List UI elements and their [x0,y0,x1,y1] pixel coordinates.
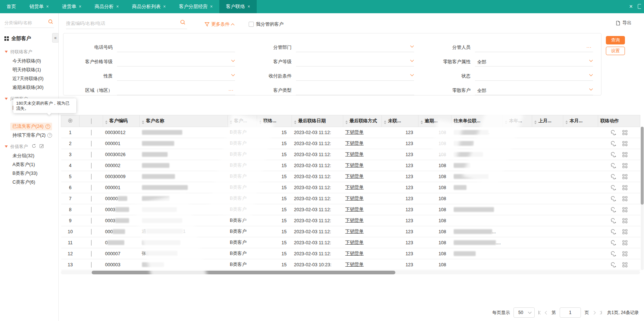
apps-action-icon[interactable] [622,196,627,201]
tab-销货单[interactable]: 销货单× [23,0,55,13]
my-customers-filter[interactable]: 我分管的客户 [249,21,283,28]
sort-icon[interactable] [566,120,568,124]
sort-icon[interactable] [505,120,507,124]
sidebar-group-header[interactable]: 价值客户 [0,142,58,151]
next-page-button[interactable] [593,311,595,314]
sort-icon[interactable] [230,120,232,124]
row-checkbox[interactable] [91,218,92,224]
chevron-down-icon[interactable] [410,73,414,76]
filter-field-input[interactable] [117,72,235,81]
tab-close-icon[interactable]: × [79,4,81,9]
chat-action-icon[interactable] [611,130,616,135]
sidebar-item-明天待联络(1)[interactable]: 明天待联络(1) [0,65,58,74]
chat-action-icon[interactable] [611,218,616,223]
chat-action-icon[interactable] [611,251,616,256]
prev-page-button[interactable] [545,311,548,314]
tab-overflow-icon[interactable] [638,4,641,9]
tab-首页[interactable]: 首页 [0,0,23,13]
more-filters-toggle[interactable]: 更多条件 [205,21,234,28]
chevron-down-icon[interactable] [589,73,593,76]
create-sales-order-link[interactable]: 下销货单 [345,251,364,256]
sort-icon[interactable] [105,120,107,124]
sidebar-item-C类客户(6)[interactable]: C类客户(6) [0,178,58,187]
chat-action-icon[interactable] [611,174,616,179]
column-header-uncontacted[interactable]: 未联... [382,115,418,127]
row-checkbox[interactable] [91,240,92,246]
column-header-type[interactable]: 客户... [228,115,257,127]
column-header-contact[interactable]: 联络... [257,115,292,127]
column-header-code[interactable]: 客户编码 [103,115,140,127]
sidebar-collapse-button[interactable]: « [52,33,59,43]
chat-action-icon[interactable] [611,196,616,201]
sort-icon[interactable] [534,120,537,124]
column-header-method[interactable]: 最后联络方式 [343,115,382,127]
filter-field-input[interactable]: 全部 [475,58,593,66]
table-settings-gear-icon[interactable] [67,119,73,125]
sort-icon[interactable] [421,120,423,124]
chat-action-icon[interactable] [611,163,616,168]
column-header-name[interactable]: 客户名称 [140,115,228,127]
apps-action-icon[interactable] [622,240,627,245]
chevron-down-icon[interactable] [231,58,235,62]
apps-action-icon[interactable] [622,163,627,168]
tab-close-icon[interactable]: × [116,4,119,9]
row-checkbox[interactable] [91,130,92,136]
export-button[interactable]: 导出 [615,20,632,26]
edit-icon[interactable] [39,144,44,149]
refresh-icon[interactable] [32,144,36,149]
create-sales-order-link[interactable]: 下销货单 [345,196,364,201]
row-checkbox[interactable] [91,196,92,202]
column-header-gear[interactable] [61,115,80,127]
filter-field-input[interactable] [117,43,235,52]
chevron-down-icon[interactable] [589,58,593,62]
settings-button[interactable]: 设置 [606,47,625,55]
horizontal-scrollbar[interactable] [61,271,640,274]
column-header-year[interactable]: 本年... [503,115,532,127]
filter-field-input[interactable] [296,58,414,66]
chat-action-icon[interactable] [611,152,616,157]
tab-close-icon[interactable]: × [46,4,49,9]
filter-field-input[interactable]: ... [117,86,235,95]
row-checkbox[interactable] [91,141,92,147]
sidebar-item-今天待联络(0)[interactable]: 今天待联络(0) [0,57,58,65]
row-checkbox[interactable] [91,174,92,180]
filter-field-input[interactable]: ... [475,43,593,52]
sidebar-item-逾期未联络(30)[interactable]: 逾期未联络(30) [0,83,58,92]
row-checkbox[interactable] [91,185,92,191]
select-all-checkbox[interactable] [91,118,92,124]
tab-客户分层经营[interactable]: 客户分层经营× [172,0,219,13]
apps-action-icon[interactable] [622,185,627,190]
my-customers-checkbox[interactable] [249,22,254,27]
query-button[interactable]: 查询 [606,36,625,44]
question-circle-icon[interactable]: ? [45,124,50,129]
ellipsis-picker-icon[interactable]: ... [228,86,234,92]
row-checkbox[interactable] [91,229,92,235]
apps-action-icon[interactable] [622,207,627,212]
row-checkbox[interactable] [91,152,92,158]
create-sales-order-link[interactable]: 下销货单 [345,262,364,267]
create-sales-order-link[interactable]: 下销货单 [345,229,364,234]
sort-icon[interactable] [142,120,144,124]
apps-action-icon[interactable] [622,251,627,256]
apps-action-icon[interactable] [622,174,627,179]
sort-icon[interactable] [345,120,348,124]
first-page-button[interactable] [538,311,542,314]
close-all-tabs-icon[interactable]: × [629,3,633,10]
sidebar-item-近7天待联络(0)[interactable]: 近7天待联络(0) [0,74,58,83]
sidebar-item-B类客户(33)[interactable]: B类客户(33) [0,169,58,178]
create-sales-order-link[interactable]: 下销货单 [345,130,364,135]
per-page-select[interactable]: 50 [513,307,535,318]
tab-close-icon[interactable]: × [210,4,213,9]
apps-action-icon[interactable] [622,152,627,157]
sidebar-group-header[interactable]: 待联络客户 [0,47,58,57]
chat-action-icon[interactable] [611,262,616,267]
sort-icon[interactable] [384,120,386,124]
ellipsis-picker-icon[interactable]: ... [586,43,592,49]
column-header-checkbox[interactable] [80,115,103,127]
filter-field-input[interactable]: 全部 [475,86,593,95]
chat-action-icon[interactable] [611,229,616,234]
column-header-last_month[interactable]: 上月... [532,115,563,127]
row-checkbox[interactable] [91,262,92,268]
apps-action-icon[interactable] [622,141,627,146]
chevron-down-icon[interactable] [589,87,593,91]
